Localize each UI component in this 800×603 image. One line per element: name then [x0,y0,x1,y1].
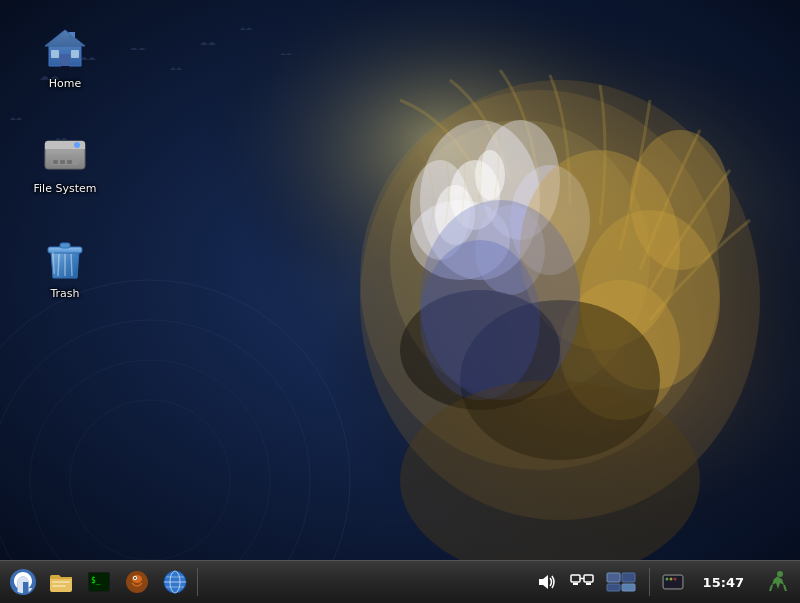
filesystem-icon-label: File System [31,181,100,196]
desktop-icon-home[interactable]: Home [25,20,105,95]
taskbar-logout-button[interactable] [759,564,795,600]
tray-network[interactable] [566,569,598,595]
svg-rect-72 [607,573,620,582]
taskbar-separator-1 [197,568,198,596]
svg-rect-50 [50,577,72,592]
taskbar-filemanager-button[interactable] [43,564,79,600]
svg-rect-39 [53,160,58,164]
trash-icon [41,234,89,282]
svg-rect-45 [60,243,70,248]
svg-point-27 [420,240,540,400]
desktop-icon-filesystem[interactable]: File System [25,125,105,200]
svg-point-79 [669,578,672,581]
svg-rect-33 [71,50,79,58]
svg-point-81 [777,571,783,577]
taskbar-gimp-button[interactable] [119,564,155,600]
taskbar-separator-2 [649,568,650,596]
tray-clock[interactable]: 15:47 [693,573,754,592]
svg-rect-75 [622,584,635,591]
taskbar-terminal-button[interactable]: $_ [81,564,117,600]
lion-wallpaper [0,0,800,560]
desktop-icon-trash[interactable]: Trash [25,230,105,305]
svg-marker-66 [539,575,548,589]
svg-point-59 [134,577,136,579]
svg-line-46 [58,254,59,276]
svg-line-48 [71,254,72,276]
filesystem-icon [41,129,89,177]
svg-rect-51 [52,581,70,583]
svg-marker-34 [45,30,85,47]
svg-line-83 [784,585,786,591]
svg-point-23 [630,130,730,270]
tray-desktop-switcher[interactable] [602,569,642,595]
taskbar: $_ [0,560,800,603]
svg-text:$_: $_ [91,576,101,585]
desktop: Home [0,0,800,560]
svg-rect-74 [607,584,620,591]
svg-point-78 [665,578,668,581]
tray-notifications[interactable] [657,569,689,595]
taskbar-tray: 15:47 [532,564,796,600]
svg-rect-52 [52,585,66,587]
tray-volume[interactable] [532,569,562,595]
svg-point-80 [673,578,676,581]
svg-rect-67 [571,575,580,582]
svg-rect-41 [67,160,72,164]
svg-rect-40 [60,160,65,164]
svg-point-42 [74,142,80,148]
home-icon [41,24,89,72]
svg-rect-31 [60,54,70,66]
svg-rect-43 [49,149,73,153]
svg-rect-70 [586,583,591,585]
taskbar-browser-button[interactable] [157,564,193,600]
svg-rect-73 [622,573,635,582]
svg-rect-32 [51,50,59,58]
home-icon-label: Home [46,76,84,91]
svg-line-82 [770,585,772,591]
taskbar-fedora-button[interactable] [5,564,41,600]
trash-icon-label: Trash [47,286,82,301]
svg-rect-69 [584,575,593,582]
clock-display: 15:47 [697,575,750,590]
svg-rect-68 [573,583,578,585]
